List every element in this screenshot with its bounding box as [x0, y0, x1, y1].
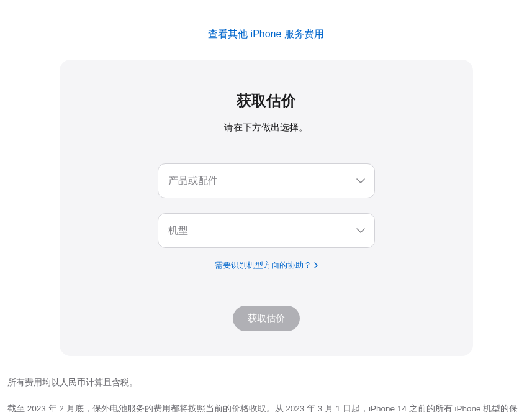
other-services-link[interactable]: 查看其他 iPhone 服务费用: [208, 29, 324, 39]
footnote-price-text: 截至 2023 年 2 月底，保外电池服务的费用都将按照当前的价格收取。从 20…: [7, 404, 518, 412]
model-help-link[interactable]: 需要识别机型方面的协助？: [215, 260, 318, 271]
footnote-currency: 所有费用均以人民币计算且含税。: [7, 375, 526, 391]
help-link-label: 需要识别机型方面的协助？: [215, 260, 312, 271]
card-title: 获取估价: [84, 91, 448, 111]
product-select-wrapper: 产品或配件: [158, 163, 375, 198]
model-select-wrapper: 机型: [158, 213, 375, 248]
chevron-right-icon: [314, 261, 318, 270]
footnotes: 所有费用均以人民币计算且含税。 截至 2023 年 2 月底，保外电池服务的费用…: [6, 369, 526, 412]
card-subtitle: 请在下方做出选择。: [84, 122, 448, 134]
top-link-row: 查看其他 iPhone 服务费用: [6, 0, 526, 60]
product-select-placeholder: 产品或配件: [168, 175, 218, 188]
footnote-price-change: 截至 2023 年 2 月底，保外电池服务的费用都将按照当前的价格收取。从 20…: [7, 401, 526, 412]
product-select[interactable]: 产品或配件: [158, 163, 375, 198]
model-select-placeholder: 机型: [168, 224, 188, 237]
get-estimate-button[interactable]: 获取估价: [233, 306, 300, 331]
help-link-row: 需要识别机型方面的协助？: [84, 259, 448, 271]
estimate-card: 获取估价 请在下方做出选择。 产品或配件 机型 需要识别机型方面的协助？: [60, 60, 473, 356]
model-select[interactable]: 机型: [158, 213, 375, 248]
